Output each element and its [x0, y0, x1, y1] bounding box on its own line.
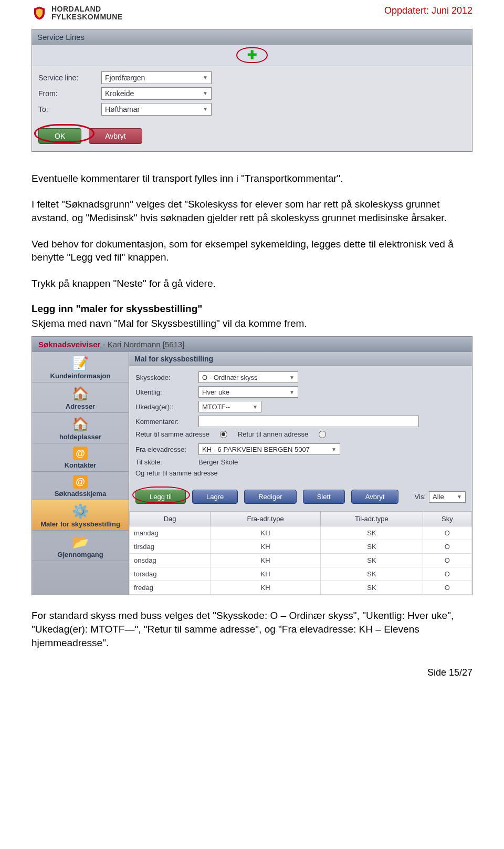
add-button[interactable]: Legg til — [135, 490, 186, 504]
skysskode-value: O - Ordinær skyss — [202, 374, 257, 381]
from-select[interactable]: Krokeide ▼ — [101, 87, 212, 100]
chevron-down-icon: ▼ — [253, 404, 258, 410]
col-til[interactable]: Til-adr.type — [321, 512, 423, 526]
col-sky[interactable]: Sky — [423, 512, 471, 526]
ok-button[interactable]: OK — [38, 128, 81, 144]
col-dag[interactable]: Dag — [130, 512, 211, 526]
table-cell: SK — [321, 554, 423, 567]
wizard-window: Søknadsveiviser - Kari Nordmann [5613] 📝… — [32, 336, 472, 595]
ukedag-select[interactable]: MTOTF-- ▼ — [198, 401, 261, 412]
window-title: Service Lines — [32, 29, 472, 45]
kommentar-label: Kommentarer: — [135, 418, 198, 426]
table-cell: SK — [321, 540, 423, 554]
sidebar-item-maler[interactable]: ⚙️ Maler for skyssbestilling — [32, 500, 129, 531]
vis-select[interactable]: Alle ▼ — [429, 491, 466, 503]
org-logo: HORDALAND FYLKESKOMMUNE — [32, 5, 123, 22]
table-row[interactable]: onsdagKHSKO — [130, 554, 472, 567]
at-icon: @ — [73, 475, 88, 489]
sidebar-label: holdeplasser — [59, 433, 101, 441]
schedule-table: Dag Fra-adr.type Til-adr.type Sky mandag… — [129, 511, 472, 595]
chevron-down-icon: ▼ — [203, 75, 208, 80]
table-cell: KH — [211, 581, 321, 595]
sidebar-item-gjennomgang[interactable]: 📂 Gjennomgang — [32, 531, 129, 561]
table-cell: fredag — [130, 581, 211, 595]
sidebar-item-kontakter[interactable]: @ Kontakter — [32, 443, 129, 472]
table-cell: KH — [211, 526, 321, 540]
sidebar-label: Kontakter — [65, 461, 97, 469]
delete-button[interactable]: Slett — [303, 490, 345, 504]
org-name-2: FYLKESKOMMUNE — [51, 13, 123, 21]
service-lines-window: Service Lines ✚ Service line: Fjordfærge… — [32, 29, 472, 152]
folder-icon: 📂 — [71, 534, 89, 550]
service-line-select[interactable]: Fjordfærgen ▼ — [101, 71, 212, 84]
form-title: Mal for skyssbestilling — [129, 352, 472, 366]
radio-other-address[interactable] — [319, 431, 326, 438]
table-cell: SK — [321, 581, 423, 595]
sidebar-label: Kundeinformasjon — [50, 372, 111, 380]
sidebar-label: Maler for skyssbestilling — [40, 520, 120, 528]
edit-button[interactable]: Rediger — [244, 490, 297, 504]
til-value: Berger Skole — [198, 458, 238, 466]
fra-label: Fra elevadresse: — [135, 446, 198, 453]
kommentar-input[interactable] — [198, 416, 419, 427]
table-row[interactable]: torsdagKHSKO — [130, 567, 472, 581]
pencil-paper-icon: 📝 — [71, 355, 89, 371]
sidebar-item-soknad[interactable]: @ Søknadsskjema — [32, 472, 129, 500]
service-line-label: Service line: — [38, 74, 101, 82]
house-icon: 🏠 — [71, 416, 89, 432]
sidebar-item-kundeinfo[interactable]: 📝 Kundeinformasjon — [32, 352, 129, 382]
fra-select[interactable]: KH - 6 PARKVEIEN BERGEN 5007 ▼ — [198, 443, 340, 455]
wizard-sidebar: 📝 Kundeinformasjon 🏠 Adresser 🏠 holdepla… — [32, 352, 129, 595]
table-cell: O — [423, 526, 471, 540]
ukedag-label: Ukedag(er):: — [135, 403, 198, 411]
table-cell: O — [423, 567, 471, 581]
cancel-button[interactable]: Avbryt — [89, 128, 142, 144]
wizard-title: Søknadsveiviser — [38, 340, 100, 349]
table-cell: tirsdag — [130, 540, 211, 554]
plus-icon[interactable]: ✚ — [247, 48, 257, 62]
col-fra[interactable]: Fra-adr.type — [211, 512, 321, 526]
chevron-down-icon: ▼ — [203, 106, 208, 112]
org-name-1: HORDALAND — [51, 5, 123, 13]
radio-same-address[interactable] — [220, 431, 227, 438]
sidebar-label: Søknadsskjema — [55, 490, 106, 498]
table-row[interactable]: tirsdagKHSKO — [130, 540, 472, 554]
til-label: Til skole: — [135, 458, 198, 466]
chevron-down-icon: ▼ — [331, 447, 337, 452]
shield-icon — [32, 5, 47, 21]
table-row[interactable]: fredagKHSKO — [130, 581, 472, 595]
chevron-down-icon: ▼ — [203, 90, 208, 96]
skysskode-label: Skysskode: — [135, 374, 198, 381]
from-label: From: — [38, 89, 101, 98]
retur-text: Og retur til samme adresse — [135, 469, 218, 477]
section-heading: Legg inn "maler for skyssbestilling" — [32, 303, 472, 315]
table-cell: onsdag — [130, 554, 211, 567]
chevron-down-icon: ▼ — [289, 375, 295, 380]
table-cell: KH — [211, 540, 321, 554]
ukentlig-select[interactable]: Hver uke ▼ — [198, 386, 298, 398]
sidebar-label: Gjennomgang — [57, 551, 103, 558]
house-icon: 🏠 — [71, 386, 89, 401]
highlight-ellipse: ✚ — [236, 47, 268, 63]
from-value: Krokeide — [105, 89, 134, 98]
to-label: To: — [38, 105, 101, 113]
sidebar-item-adresser[interactable]: 🏠 Adresser — [32, 382, 129, 413]
table-cell: KH — [211, 567, 321, 581]
cancel-button[interactable]: Avbryt — [351, 490, 399, 504]
ukentlig-value: Hver uke — [202, 388, 229, 396]
add-row: ✚ — [32, 45, 472, 66]
sidebar-item-holdeplasser[interactable]: 🏠 holdeplasser — [32, 413, 129, 443]
chevron-down-icon: ▼ — [289, 389, 295, 395]
radio-label-same: Retur til samme adresse — [135, 430, 209, 438]
to-select[interactable]: Høfthamar ▼ — [101, 103, 212, 116]
table-cell: SK — [321, 567, 423, 581]
page-number: Side 15/27 — [32, 667, 472, 678]
save-button[interactable]: Lagre — [192, 490, 238, 504]
service-line-value: Fjordfærgen — [105, 74, 145, 82]
vis-value: Alle — [433, 493, 444, 501]
table-cell: O — [423, 581, 471, 595]
table-cell: O — [423, 554, 471, 567]
table-row[interactable]: mandagKHSKO — [130, 526, 472, 540]
skysskode-select[interactable]: O - Ordinær skyss ▼ — [198, 371, 298, 383]
table-cell: mandag — [130, 526, 211, 540]
